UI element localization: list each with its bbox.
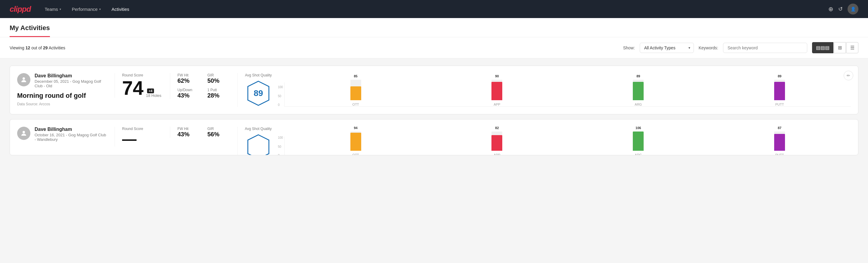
viewing-count-text: Viewing 12 out of 29 Activities [10,46,618,50]
bar-group-putt: 89 PUTT [711,74,848,106]
score-diff-badge: +4 [147,88,154,93]
card-header: Dave Billingham October 16, 2021 - Gog M… [17,127,107,142]
bar-group-arg: 89 ARG [569,74,707,106]
card-user-name: Dave Billingham [35,127,107,132]
bars-container: 85 OTT 90 APP [284,83,851,107]
bar-bg-app [491,80,502,100]
sub-header: My Activities [0,18,868,37]
gir-value: 50% [208,77,230,84]
card-user-info: Dave Billingham October 16, 2021 - Gog M… [35,127,107,142]
avg-shot-quality-header: Avg Shot Quality 89 [245,73,272,107]
card-left-section: Dave Billingham December 05, 2021 - Gog … [17,73,107,106]
avg-shot-quality-section: Avg Shot Quality 89 100 [237,73,851,107]
round-score-value: 74 [122,79,144,98]
search-input[interactable] [723,43,807,53]
activity-type-select[interactable]: All Activity Types [640,43,694,53]
round-score-section: Round Score — [115,127,163,147]
oneputt-label: 1 Putt [208,88,230,92]
bar-fill-arg [633,82,644,100]
bar-chart: 100 50 0 85 OTT [278,74,851,107]
bar-fill-app [491,82,502,100]
updown-value: 43% [178,92,200,99]
nav-item-performance[interactable]: Performance ▾ [68,4,105,14]
avatar [17,127,30,140]
avg-shot-quality-header: Avg Shot Quality [245,127,272,155]
bar-label-arg: ARG [634,103,642,106]
round-score-section: Round Score 74 +4 18 Holes [115,73,163,98]
fw-hit-stat: FW Hit 62% [178,73,200,84]
chevron-down-icon: ▾ [60,7,61,11]
gir-value: 56% [208,131,230,138]
holes-label: 18 Holes [146,93,161,98]
bar-group-app-2: 82 APP [428,126,566,155]
user-icon: 👤 [850,7,856,11]
card-header: Dave Billingham December 05, 2021 - Gog … [17,73,107,88]
stats-grid: FW Hit 62% GIR 50% Up/Down 43% 1 Putt 28… [178,73,230,99]
bar-label-app: APP [494,103,500,106]
activity-card: Dave Billingham October 16, 2021 - Gog M… [10,119,858,155]
nav-right: ⊕ ↺ 👤 [828,4,858,14]
refresh-icon[interactable]: ↺ [838,6,843,12]
chevron-down-icon: ▾ [99,7,101,11]
grid-view-button[interactable]: ⊞ [834,42,846,53]
main-content: ✏ Dave Billingham December 05, 2021 - Go… [0,58,868,167]
svg-point-0 [23,77,25,80]
navbar: clippd Teams ▾ Performance ▾ Activities … [0,0,868,18]
bars-container-2: 94 OTT 82 APP [284,137,851,155]
svg-point-2 [23,131,25,133]
bar-fill-ott [350,86,361,100]
stats-grid: FW Hit 43% GIR 56% [178,127,230,138]
toolbar: Viewing 12 out of 29 Activities Show: Al… [0,37,868,58]
bar-group-ott-2: 94 OTT [287,126,425,155]
stats-section: FW Hit 62% GIR 50% Up/Down 43% 1 Putt 28… [170,73,230,99]
hexagon-score-display: 89 [245,80,272,107]
bar-value-putt: 89 [778,74,781,78]
round-score-label: Round Score [122,73,163,77]
bar-bg-arg [633,80,644,100]
y-axis: 100 50 0 [278,136,284,155]
nav-item-activities[interactable]: Activities [107,4,133,14]
hexagon-score-display [245,133,272,155]
bar-bg-ott [350,80,361,100]
updown-label: Up/Down [178,88,200,92]
avatar[interactable]: 👤 [847,4,858,14]
compact-view-button[interactable]: ☰ [846,42,858,53]
card-date: December 05, 2021 - Gog Magog Golf Club … [35,79,107,88]
y-axis: 100 50 0 [278,85,284,107]
bar-group-ott: 85 OTT [287,74,425,106]
hexagon-score-value: 89 [253,88,263,98]
round-score-label: Round Score [122,127,163,131]
card-user-info: Dave Billingham December 05, 2021 - Gog … [35,73,107,88]
nav-links: Teams ▾ Performance ▾ Activities [40,4,819,14]
hexagon-container [245,133,272,155]
gir-label: GIR [208,127,230,131]
bar-label-putt: PUTT [775,103,784,106]
avatar [17,73,30,86]
show-label: Show: [623,46,635,50]
card-title: Morning round of golf [17,92,107,99]
updown-stat: Up/Down 43% [178,88,200,99]
keywords-label: Keywords: [699,46,718,50]
fw-hit-value: 62% [178,77,200,84]
bar-value-app: 90 [495,74,499,78]
oneputt-stat: 1 Putt 28% [208,88,230,99]
activity-card: ✏ Dave Billingham December 05, 2021 - Go… [10,66,858,114]
add-icon[interactable]: ⊕ [828,5,833,12]
bar-group-putt-2: 87 PUTT [711,126,848,155]
stats-section: FW Hit 43% GIR 56% [170,127,230,138]
bar-group-arg-2: 106 ARG [569,126,707,155]
card-user-name: Dave Billingham [35,73,107,79]
bar-label-ott: OTT [352,103,359,106]
view-buttons: ▤▤▤ ⊞ ☰ [812,42,858,53]
logo: clippd [10,4,31,14]
card-date: October 16, 2021 - Gog Magog Golf Club -… [35,133,107,142]
page-title: My Activities [10,18,50,37]
fw-hit-label: FW Hit [178,73,200,77]
card-source: Data Source: Arccos [17,102,107,106]
fw-hit-label: FW Hit [178,127,200,131]
fw-hit-value: 43% [178,131,200,138]
avg-shot-quality-section: Avg Shot Quality 100 50 [237,127,851,155]
list-view-button[interactable]: ▤▤▤ [812,42,833,53]
nav-item-teams[interactable]: Teams ▾ [40,4,65,14]
bar-group-app: 90 APP [428,74,566,106]
